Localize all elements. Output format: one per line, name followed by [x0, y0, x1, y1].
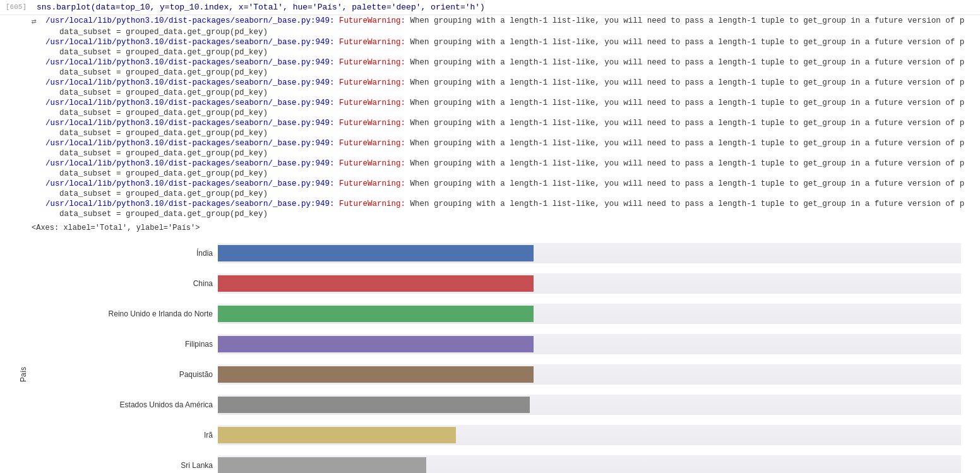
- warning-entry: /usr/local/lib/python3.10/dist-packages/…: [32, 159, 980, 179]
- bar-area: [218, 273, 961, 294]
- warning-entry: /usr/local/lib/python3.10/dist-packages/…: [32, 119, 980, 139]
- bar-area: [218, 455, 961, 473]
- warning-entry: /usr/local/lib/python3.10/dist-packages/…: [32, 38, 980, 58]
- bar-row: Estados Unidos da América: [47, 390, 961, 420]
- warning-indent-line: data_subset = grouped_data.get_group(pd_…: [32, 128, 980, 139]
- code-input-line: [605] sns.barplot(data=top_10, y=top_10.…: [0, 0, 980, 15]
- bar-label: Estados Unidos da América: [47, 400, 218, 409]
- warning-text: /usr/local/lib/python3.10/dist-packages/…: [45, 179, 964, 188]
- notebook-cell: [605] sns.barplot(data=top_10, y=top_10.…: [0, 0, 980, 473]
- warning-line: ⇄/usr/local/lib/python3.10/dist-packages…: [32, 16, 980, 27]
- bar-fill: [218, 427, 456, 443]
- bar-row: Índia: [47, 238, 961, 268]
- warning-text: /usr/local/lib/python3.10/dist-packages/…: [45, 139, 964, 148]
- bar-row: Reino Unido e Irlanda do Norte: [47, 299, 961, 329]
- bar-label: Sri Lanka: [47, 461, 218, 470]
- bar-row: Sri Lanka: [47, 450, 961, 473]
- warning-entry: ⇄/usr/local/lib/python3.10/dist-packages…: [32, 16, 980, 38]
- bar-label: China: [47, 279, 218, 288]
- warning-line: /usr/local/lib/python3.10/dist-packages/…: [32, 99, 980, 107]
- output-area: ⇄/usr/local/lib/python3.10/dist-packages…: [0, 15, 980, 473]
- warning-line: /usr/local/lib/python3.10/dist-packages/…: [32, 119, 980, 128]
- warning-text: /usr/local/lib/python3.10/dist-packages/…: [45, 16, 964, 25]
- warning-text: /usr/local/lib/python3.10/dist-packages/…: [45, 58, 964, 67]
- warning-indent-line: data_subset = grouped_data.get_group(pd_…: [32, 47, 980, 58]
- bar-fill: [218, 457, 426, 473]
- warning-indent-line: data_subset = grouped_data.get_group(pd_…: [32, 107, 980, 119]
- warning-text: /usr/local/lib/python3.10/dist-packages/…: [45, 99, 964, 107]
- warning-entry: /usr/local/lib/python3.10/dist-packages/…: [32, 99, 980, 119]
- warning-text: /usr/local/lib/python3.10/dist-packages/…: [45, 119, 964, 128]
- y-axis-label: País: [19, 367, 28, 382]
- bar-fill: [218, 366, 534, 383]
- y-axis-label-wrapper: País: [0, 238, 47, 473]
- warning-line: /usr/local/lib/python3.10/dist-packages/…: [32, 58, 980, 67]
- warning-indent-line: data_subset = grouped_data.get_group(pd_…: [32, 188, 980, 200]
- bar-row: Irã: [47, 420, 961, 450]
- bar-label: Paquistão: [47, 370, 218, 379]
- bar-label: Reino Unido e Irlanda do Norte: [47, 309, 218, 318]
- chart-section: País ÍndiaChinaReino Unido e Irlanda do …: [0, 238, 980, 473]
- bar-fill: [218, 336, 534, 352]
- warning-entry: /usr/local/lib/python3.10/dist-packages/…: [32, 179, 980, 200]
- bar-area: [218, 395, 961, 415]
- warning-line: /usr/local/lib/python3.10/dist-packages/…: [32, 38, 980, 47]
- bar-label: Filipinas: [47, 340, 218, 349]
- bar-row: China: [47, 268, 961, 299]
- warning-line: /usr/local/lib/python3.10/dist-packages/…: [32, 159, 980, 168]
- warning-indent-line: data_subset = grouped_data.get_group(pd_…: [32, 208, 980, 220]
- warning-text: /usr/local/lib/python3.10/dist-packages/…: [45, 200, 964, 208]
- bar-label: Irã: [47, 431, 218, 440]
- warning-line: /usr/local/lib/python3.10/dist-packages/…: [32, 200, 980, 208]
- warning-entry: /usr/local/lib/python3.10/dist-packages/…: [32, 139, 980, 159]
- warning-indent-line: data_subset = grouped_data.get_group(pd_…: [32, 168, 980, 179]
- warning-icon: ⇄: [32, 16, 45, 27]
- warning-entry: /usr/local/lib/python3.10/dist-packages/…: [32, 200, 980, 220]
- bar-label: Índia: [47, 249, 218, 258]
- bar-fill: [218, 397, 530, 413]
- warning-line: /usr/local/lib/python3.10/dist-packages/…: [32, 179, 980, 188]
- warning-text: /usr/local/lib/python3.10/dist-packages/…: [45, 38, 964, 47]
- bar-area: [218, 304, 961, 324]
- warning-line: /usr/local/lib/python3.10/dist-packages/…: [32, 139, 980, 148]
- axes-label: <Axes: xlabel='Total', ylabel='País'>: [0, 221, 980, 235]
- warning-block: ⇄/usr/local/lib/python3.10/dist-packages…: [0, 15, 980, 221]
- bar-row: Paquistão: [47, 359, 961, 390]
- warning-indent-line: data_subset = grouped_data.get_group(pd_…: [32, 27, 980, 38]
- bar-fill: [218, 306, 534, 322]
- bar-fill: [218, 275, 534, 292]
- bar-row: Filipinas: [47, 329, 961, 359]
- warning-text: /usr/local/lib/python3.10/dist-packages/…: [45, 159, 964, 168]
- warning-text: /usr/local/lib/python3.10/dist-packages/…: [45, 78, 964, 87]
- warning-line: /usr/local/lib/python3.10/dist-packages/…: [32, 78, 980, 87]
- bars-container: ÍndiaChinaReino Unido e Irlanda do Norte…: [47, 238, 961, 473]
- warning-entry: /usr/local/lib/python3.10/dist-packages/…: [32, 78, 980, 99]
- line-number: [605]: [0, 3, 32, 11]
- warning-indent-line: data_subset = grouped_data.get_group(pd_…: [32, 148, 980, 159]
- warning-indent-line: data_subset = grouped_data.get_group(pd_…: [32, 87, 980, 99]
- warning-entry: /usr/local/lib/python3.10/dist-packages/…: [32, 58, 980, 78]
- bar-area: [218, 364, 961, 385]
- bar-area: [218, 334, 961, 354]
- bar-area: [218, 425, 961, 445]
- code-content: sns.barplot(data=top_10, y=top_10.index,…: [37, 3, 980, 12]
- bar-fill: [218, 245, 534, 261]
- bar-area: [218, 243, 961, 263]
- warning-indent-line: data_subset = grouped_data.get_group(pd_…: [32, 67, 980, 78]
